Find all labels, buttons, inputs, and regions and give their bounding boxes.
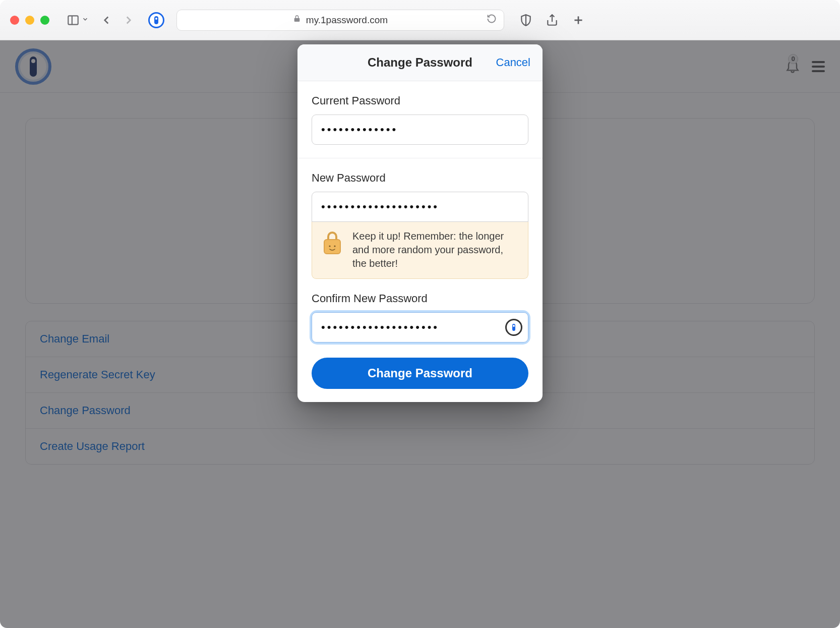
svg-point-7 (334, 245, 335, 247)
new-password-label: New Password (312, 172, 528, 185)
close-window-button[interactable] (10, 16, 19, 25)
address-bar[interactable]: my.1password.com (176, 10, 504, 31)
new-tab-button[interactable] (571, 13, 586, 28)
svg-point-6 (329, 245, 330, 247)
current-password-input[interactable] (312, 115, 528, 145)
password-strength-hint: Keep it up! Remember: the longer and mor… (312, 221, 528, 279)
onepassword-extension-icon[interactable] (148, 12, 164, 28)
modal-overlay[interactable]: Change Password Cancel Current Password … (0, 40, 840, 628)
forward-button[interactable] (121, 13, 136, 28)
minimize-window-button[interactable] (25, 16, 34, 25)
reload-button[interactable] (487, 14, 497, 26)
privacy-shield-icon[interactable] (518, 13, 533, 28)
cancel-button[interactable]: Cancel (496, 56, 530, 69)
new-password-input[interactable] (312, 192, 528, 222)
browser-toolbar: my.1password.com (0, 0, 840, 40)
fullscreen-window-button[interactable] (40, 16, 49, 25)
modal-title: Change Password (368, 55, 472, 70)
confirm-password-label: Confirm New Password (312, 292, 528, 305)
svg-rect-0 (68, 16, 78, 24)
url-text: my.1password.com (306, 15, 388, 26)
change-password-submit-button[interactable]: Change Password (312, 358, 528, 389)
svg-rect-5 (324, 240, 340, 254)
onepassword-inline-icon[interactable] (505, 319, 522, 336)
hint-text: Keep it up! Remember: the longer and mor… (352, 230, 519, 270)
sidebar-toggle[interactable] (66, 13, 89, 28)
window-controls (10, 16, 49, 25)
share-icon[interactable] (545, 13, 560, 28)
back-button[interactable] (99, 13, 114, 28)
lock-icon (293, 14, 301, 26)
chevron-down-icon (82, 16, 89, 25)
current-password-label: Current Password (312, 94, 528, 107)
confirm-password-input[interactable] (312, 312, 528, 342)
change-password-modal: Change Password Cancel Current Password … (297, 44, 543, 402)
padlock-icon (321, 230, 343, 256)
